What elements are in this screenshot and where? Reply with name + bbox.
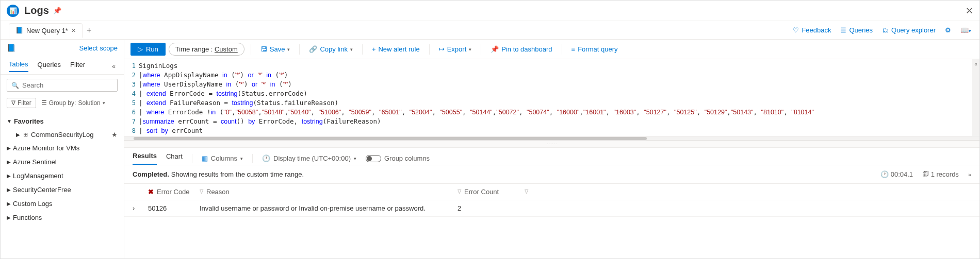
gear-icon[interactable]: ⚙ bbox=[945, 26, 951, 34]
new-alert-button[interactable]: + New alert rule bbox=[369, 43, 423, 55]
group-columns-toggle[interactable]: Group columns bbox=[366, 154, 430, 162]
plus-icon: + bbox=[372, 45, 376, 53]
select-scope-link[interactable]: Select scope bbox=[79, 44, 118, 52]
table-row[interactable]: › 50126 Invalid username or password or … bbox=[124, 200, 979, 217]
add-tab-button[interactable]: + bbox=[87, 26, 91, 35]
divider bbox=[192, 154, 192, 163]
tab-tables[interactable]: Tables bbox=[9, 60, 28, 72]
solution-item[interactable]: SecurityCenterFree bbox=[7, 183, 118, 197]
divider bbox=[299, 44, 300, 55]
tab-queries[interactable]: Queries bbox=[38, 61, 61, 72]
explorer-icon: 🗂 bbox=[882, 26, 889, 34]
solution-item[interactable]: Azure Monitor for VMs bbox=[7, 141, 118, 155]
scope-icon: 📘 bbox=[7, 44, 15, 52]
tab-close-icon[interactable]: ✕ bbox=[71, 27, 76, 34]
results-toolbar: Results Chart ▥ Columns ▾ 🕐 Display time… bbox=[124, 148, 979, 165]
favorite-item[interactable]: ⊞ CommonSecurityLog ★ bbox=[7, 128, 118, 141]
display-time-button[interactable]: 🕐 Display time (UTC+00:00) ▾ bbox=[262, 154, 356, 162]
pin-icon: 📌 bbox=[491, 45, 499, 53]
link-icon: 🔗 bbox=[309, 45, 317, 53]
chevron-down-icon: ▾ bbox=[103, 100, 105, 106]
resize-handle[interactable]: ⋯⋯ bbox=[124, 141, 979, 148]
chevron-down-icon: ▾ bbox=[287, 47, 290, 52]
cell-error-code: 50126 bbox=[148, 204, 200, 212]
funnel-icon: ∇ bbox=[458, 188, 461, 195]
clock-icon: 🕐 bbox=[880, 170, 889, 178]
query-tab[interactable]: 📘 New Query 1* ✕ bbox=[9, 23, 83, 38]
caret-icon bbox=[7, 201, 11, 206]
tab-filter[interactable]: Filter bbox=[70, 61, 85, 72]
col-error-code[interactable]: ✖ Error Code bbox=[148, 188, 200, 196]
clock-icon: 🕐 bbox=[262, 154, 270, 162]
status-label: Completed. bbox=[133, 170, 169, 178]
play-icon: ▷ bbox=[138, 45, 143, 53]
sidebar-tabs: Tables Queries Filter « bbox=[1, 56, 124, 75]
favorites-section[interactable]: Favorites bbox=[7, 114, 118, 128]
col-reason[interactable]: ∇ Reason bbox=[200, 188, 458, 196]
caret-icon bbox=[16, 132, 20, 137]
horizontal-scrollbar[interactable] bbox=[124, 136, 979, 141]
caret-icon bbox=[7, 145, 11, 151]
sidebar: 📘 Select scope Tables Queries Filter « 🔍… bbox=[1, 40, 124, 258]
help-icon[interactable]: 📖▾ bbox=[960, 26, 971, 34]
page-title: Logs bbox=[24, 5, 49, 16]
export-icon: ↦ bbox=[439, 45, 445, 53]
right-pane: ▷ Run Time range : Custom 🖫 Save ▾ 🔗 Cop… bbox=[124, 40, 979, 258]
save-button[interactable]: 🖫 Save ▾ bbox=[257, 43, 293, 55]
cell-reason: Invalid username or password or Invalid … bbox=[200, 204, 458, 212]
solution-item[interactable]: Functions bbox=[7, 211, 118, 225]
search-input[interactable] bbox=[22, 81, 113, 89]
chart-tab[interactable]: Chart bbox=[166, 152, 183, 164]
queries-button[interactable]: ☰ Queries bbox=[840, 26, 873, 34]
pin-dashboard-button[interactable]: 📌 Pin to dashboard bbox=[487, 43, 555, 55]
filter-button[interactable]: ∇ Filter bbox=[7, 98, 36, 108]
duration: 🕐 00:04.1 bbox=[880, 170, 913, 178]
caret-icon bbox=[7, 118, 12, 124]
groupby-dropdown[interactable]: ☰ Group by: Solution ▾ bbox=[41, 99, 105, 107]
search-icon: 🔍 bbox=[11, 82, 19, 89]
solution-item[interactable]: Azure Sentinel bbox=[7, 155, 118, 169]
pin-icon[interactable]: 📌 bbox=[53, 7, 61, 14]
search-box[interactable]: 🔍 bbox=[7, 79, 118, 92]
divider bbox=[251, 44, 251, 55]
chevron-down-icon: ▾ bbox=[469, 47, 471, 52]
star-icon[interactable]: ★ bbox=[111, 131, 118, 139]
status-bar: Completed. Showing results from the cust… bbox=[124, 165, 979, 184]
col-error-count[interactable]: ∇ Error Count bbox=[458, 188, 519, 196]
expand-row-icon[interactable]: › bbox=[133, 204, 148, 212]
records-icon: 🗐 bbox=[922, 170, 929, 178]
query-editor[interactable]: 123456789 SigninLogs |where AppDisplayNa… bbox=[124, 59, 979, 136]
filter-row: ∇ Filter ☰ Group by: Solution ▾ bbox=[1, 96, 124, 112]
expand-icon[interactable]: » bbox=[968, 171, 971, 178]
solution-item[interactable]: LogManagement bbox=[7, 169, 118, 183]
table-icon: ⊞ bbox=[23, 131, 28, 138]
results-tab[interactable]: Results bbox=[133, 152, 157, 165]
copy-link-button[interactable]: 🔗 Copy link ▾ bbox=[306, 43, 355, 55]
sidebar-tree: Favorites ⊞ CommonSecurityLog ★ Azure Mo… bbox=[1, 112, 124, 258]
format-icon: ≡ bbox=[571, 45, 576, 53]
columns-button[interactable]: ▥ Columns ▾ bbox=[202, 154, 243, 162]
query-tab-icon: 📘 bbox=[15, 27, 23, 34]
time-range-picker[interactable]: Time range : Custom bbox=[169, 43, 244, 56]
solution-item[interactable]: Custom Logs bbox=[7, 197, 118, 211]
run-button[interactable]: ▷ Run bbox=[130, 43, 166, 56]
format-query-button[interactable]: ≡ Format query bbox=[568, 43, 621, 55]
collapse-handle[interactable]: « bbox=[972, 59, 979, 136]
chevron-down-icon: ▾ bbox=[240, 156, 243, 161]
feedback-button[interactable]: ♡ Feedback bbox=[793, 26, 831, 34]
caret-icon bbox=[7, 159, 11, 165]
close-icon[interactable]: ✕ bbox=[966, 5, 973, 16]
toggle-switch[interactable] bbox=[366, 155, 381, 162]
code-area[interactable]: SigninLogs |where AppDisplayName in ('*'… bbox=[139, 59, 972, 136]
query-explorer-button[interactable]: 🗂 Query explorer bbox=[882, 26, 936, 34]
chevron-down-icon: ▾ bbox=[354, 156, 356, 161]
query-toolbar: ▷ Run Time range : Custom 🖫 Save ▾ 🔗 Cop… bbox=[124, 40, 979, 59]
funnel-icon: ∇ bbox=[11, 99, 15, 107]
collapse-sidebar-icon[interactable]: « bbox=[112, 63, 116, 70]
funnel-icon[interactable]: ∇ bbox=[525, 188, 528, 195]
export-button[interactable]: ↦ Export ▾ bbox=[436, 43, 475, 55]
top-right-actions: ♡ Feedback ☰ Queries 🗂 Query explorer ⚙ … bbox=[793, 26, 971, 34]
funnel-icon: ∇ bbox=[200, 188, 203, 195]
list-icon: ☰ bbox=[41, 99, 47, 107]
cell-error-count: 2 bbox=[458, 204, 519, 212]
